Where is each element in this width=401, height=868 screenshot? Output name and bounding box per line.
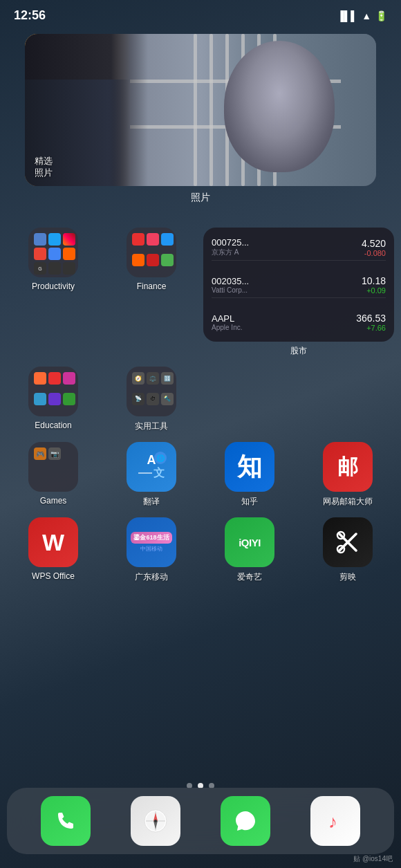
stock-code-2: 002035... bbox=[212, 276, 249, 286]
stock-name-3: Apple Inc. bbox=[212, 324, 242, 331]
utilities-label: 实用工具 bbox=[135, 421, 168, 432]
signal-icon: ▐▌▌ bbox=[337, 10, 357, 21]
app-folder-games[interactable]: 🎮 📷 Games bbox=[7, 442, 100, 508]
watermark: 贴 @ios14吧 bbox=[353, 854, 393, 864]
mail163-icon[interactable]: 邮 bbox=[323, 442, 373, 492]
translate-label: 翻译 bbox=[143, 496, 160, 508]
utilities-folder-icon[interactable]: 🧭 ⚖️ 🔢 📡 ⏱ 🔦 bbox=[127, 367, 176, 416]
productivity-folder-icon[interactable]: G bbox=[28, 228, 78, 277]
stock-row-1: 000725... 京东方 A 4.520 -0.080 bbox=[212, 234, 386, 261]
productivity-label: Productivity bbox=[32, 281, 75, 291]
finance-label: Finance bbox=[137, 281, 167, 291]
svg-point-10 bbox=[154, 820, 157, 822]
mobile-icon[interactable]: 鎏金618生活 中国移动 bbox=[127, 517, 176, 567]
app-wps[interactable]: W WPS Office bbox=[7, 517, 100, 583]
wps-label: WPS Office bbox=[32, 571, 75, 581]
stock-price-2: 10.18 bbox=[362, 275, 386, 286]
stock-change-2: +0.09 bbox=[362, 286, 386, 295]
jianying-icon[interactable] bbox=[323, 517, 373, 567]
zhihu-icon[interactable]: 知 bbox=[225, 442, 274, 492]
svg-text:♪: ♪ bbox=[328, 811, 337, 832]
stocks-widget[interactable]: 000725... 京东方 A 4.520 -0.080 002035... V… bbox=[203, 228, 394, 342]
iqiyi-icon[interactable]: iQIYI bbox=[225, 517, 274, 567]
games-folder-icon[interactable]: 🎮 📷 bbox=[28, 442, 78, 492]
wps-icon[interactable]: W bbox=[28, 517, 78, 567]
app-zhihu[interactable]: 知 知乎 bbox=[203, 442, 296, 508]
mail163-label: 网易邮箱大师 bbox=[323, 496, 373, 508]
status-bar: 12:56 ▐▌▌ ▲ 🔋 bbox=[0, 0, 401, 27]
education-folder-icon[interactable] bbox=[28, 367, 78, 416]
zhihu-label: 知乎 bbox=[241, 496, 258, 508]
app-mail163[interactable]: 邮 网易邮箱大师 bbox=[301, 442, 394, 508]
stocks-widget-container[interactable]: 000725... 京东方 A 4.520 -0.080 002035... V… bbox=[203, 228, 394, 357]
app-iqiyi[interactable]: iQIYI 爱奇艺 bbox=[203, 517, 296, 583]
app-folder-education[interactable]: Education bbox=[7, 367, 100, 432]
stock-price-3: 366.53 bbox=[356, 313, 386, 324]
app-translate[interactable]: A 文 🌐 翻译 bbox=[105, 442, 198, 508]
app-folder-productivity[interactable]: G Productivity bbox=[7, 228, 100, 357]
empty-slot-2 bbox=[301, 367, 394, 432]
stock-row-2: 002035... Vatti Corp... 10.18 +0.09 bbox=[212, 273, 386, 298]
stock-name-2: Vatti Corp... bbox=[212, 286, 249, 294]
status-time: 12:56 bbox=[14, 8, 46, 23]
photo-label: 精选 照片 bbox=[35, 156, 53, 179]
dock-phone[interactable] bbox=[41, 796, 91, 846]
status-icons: ▐▌▌ ▲ 🔋 bbox=[337, 10, 387, 21]
app-folder-finance[interactable]: Finance bbox=[105, 228, 198, 357]
dock-safari[interactable] bbox=[131, 796, 180, 846]
dock-music[interactable]: ♪ bbox=[310, 796, 360, 846]
iqiyi-label: 爱奇艺 bbox=[237, 571, 262, 583]
stock-name-1: 京东方 A bbox=[212, 248, 249, 257]
music-icon[interactable]: ♪ bbox=[310, 796, 360, 846]
app-folder-utilities[interactable]: 🧭 ⚖️ 🔢 📡 ⏱ 🔦 实用工具 bbox=[105, 367, 198, 432]
translate-icon[interactable]: A 文 🌐 bbox=[127, 442, 176, 492]
stock-code-3: AAPL bbox=[212, 313, 242, 324]
stock-change-1: -0.080 bbox=[362, 249, 386, 257]
stock-row-3: AAPL Apple Inc. 366.53 +7.66 bbox=[212, 310, 386, 335]
safari-icon[interactable] bbox=[131, 796, 180, 846]
mobile-label: 广东移动 bbox=[135, 571, 168, 583]
stocks-label: 股市 bbox=[203, 345, 394, 357]
photo-background: 精选 照片 bbox=[25, 34, 376, 186]
wifi-icon: ▲ bbox=[362, 10, 371, 21]
app-mobile[interactable]: 鎏金618生活 中国移动 广东移动 bbox=[105, 517, 198, 583]
stock-change-3: +7.66 bbox=[356, 324, 386, 332]
empty-slot-1 bbox=[203, 367, 296, 432]
photos-widget[interactable]: 精选 照片 bbox=[25, 34, 376, 186]
battery-icon: 🔋 bbox=[375, 10, 387, 21]
education-label: Education bbox=[35, 421, 71, 430]
app-jianying[interactable]: 剪映 bbox=[301, 517, 394, 583]
phone-icon[interactable] bbox=[41, 796, 91, 846]
finance-folder-icon[interactable] bbox=[127, 228, 176, 277]
games-label: Games bbox=[40, 496, 67, 506]
messages-icon[interactable] bbox=[221, 796, 270, 846]
dock-messages[interactable] bbox=[221, 796, 270, 846]
stock-code-1: 000725... bbox=[212, 237, 249, 248]
photos-app-label: 照片 bbox=[12, 192, 389, 204]
jianying-label: 剪映 bbox=[339, 571, 356, 583]
dock: ♪ bbox=[7, 788, 394, 854]
stock-price-1: 4.520 bbox=[362, 238, 386, 249]
